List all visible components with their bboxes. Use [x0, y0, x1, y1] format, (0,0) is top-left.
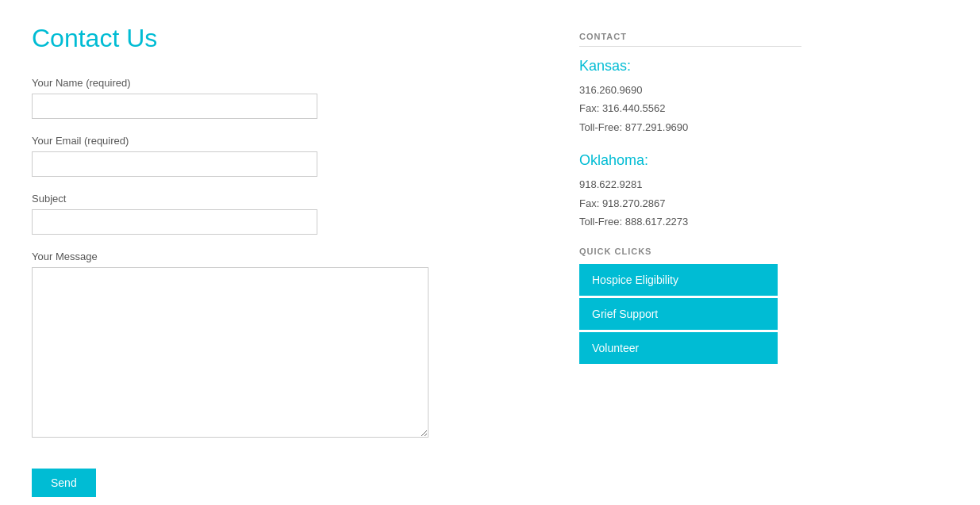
name-input[interactable]	[32, 94, 317, 119]
contact-section-title: CONTACT	[579, 32, 801, 47]
email-label: Your Email (required)	[32, 135, 548, 147]
oklahoma-region-name: Oklahoma:	[579, 152, 801, 169]
page-title: Contact Us	[32, 24, 548, 53]
oklahoma-fax: Fax: 918.270.2867	[579, 194, 801, 212]
contact-form: Your Name (required) Your Email (require…	[32, 77, 548, 497]
email-input[interactable]	[32, 151, 317, 177]
oklahoma-toll-free: Toll-Free: 888.617.2273	[579, 212, 801, 231]
subject-field-group: Subject	[32, 193, 548, 235]
oklahoma-contact-info: 918.622.9281 Fax: 918.270.2867 Toll-Free…	[579, 175, 801, 231]
quick-click-item[interactable]: Grief Support	[579, 298, 778, 330]
page-container: Contact Us Your Name (required) Your Ema…	[0, 0, 980, 505]
kansas-phone: 316.260.9690	[579, 81, 801, 99]
name-label: Your Name (required)	[32, 77, 548, 89]
oklahoma-phone: 918.622.9281	[579, 175, 801, 193]
quick-clicks-list: Hospice EligibilityGrief SupportVoluntee…	[579, 264, 801, 364]
subject-input[interactable]	[32, 209, 317, 235]
quick-click-item[interactable]: Volunteer	[579, 332, 778, 364]
subject-label: Subject	[32, 193, 548, 205]
message-textarea[interactable]	[32, 267, 429, 438]
message-field-group: Your Message	[32, 251, 548, 440]
quick-click-item[interactable]: Hospice Eligibility	[579, 264, 778, 296]
send-button[interactable]: Send	[32, 469, 96, 497]
kansas-region-name: Kansas:	[579, 58, 801, 75]
sidebar: CONTACT Kansas: 316.260.9690 Fax: 316.44…	[579, 24, 801, 497]
kansas-contact-info: 316.260.9690 Fax: 316.440.5562 Toll-Free…	[579, 81, 801, 136]
kansas-toll-free: Toll-Free: 877.291.9690	[579, 118, 801, 136]
name-field-group: Your Name (required)	[32, 77, 548, 119]
email-field-group: Your Email (required)	[32, 135, 548, 177]
main-content: Contact Us Your Name (required) Your Ema…	[32, 24, 548, 497]
message-label: Your Message	[32, 251, 548, 262]
quick-clicks-title: QUICK CLICKS	[579, 247, 801, 256]
kansas-fax: Fax: 316.440.5562	[579, 99, 801, 117]
